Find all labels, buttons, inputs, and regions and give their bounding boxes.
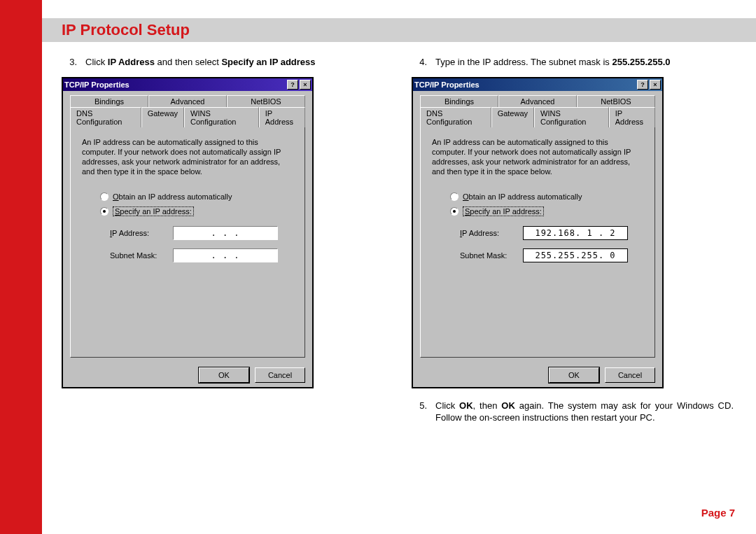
tab-wins[interactable]: WINS Configuration: [184, 107, 259, 127]
step-text: Click IP Address and then select Specify…: [85, 56, 384, 69]
subnet-mask-input[interactable]: . . .: [173, 248, 278, 262]
dialog-right: TCP/IP Properties ? × Bindings Advanced …: [412, 77, 664, 388]
radio-label: Specify an IP address:: [113, 206, 194, 216]
help-icon[interactable]: ?: [637, 80, 648, 90]
step-4: 4. Type in the IP address. The subnet ma…: [412, 56, 734, 69]
cancel-button[interactable]: Cancel: [605, 367, 655, 383]
left-column: 3. Click IP Address and then select Spec…: [62, 56, 384, 433]
ip-address-label: IP Address:: [460, 229, 516, 237]
tab-gateway[interactable]: Gateway: [491, 107, 534, 127]
step-text: Click OK, then OK again. The system may …: [435, 400, 734, 424]
description-text: An IP address can be automatically assig…: [432, 137, 643, 177]
tab-gateway[interactable]: Gateway: [141, 107, 184, 127]
close-icon[interactable]: ×: [300, 80, 311, 90]
bold: 255.255.255.0: [612, 57, 670, 67]
radio-icon-selected: [450, 207, 458, 216]
tab-dns[interactable]: DNS Configuration: [70, 107, 141, 127]
tabs-row-1: Bindings Advanced NetBIOS: [420, 95, 655, 107]
red-sidebar: [0, 0, 42, 534]
tabs-row-2: DNS Configuration Gateway WINS Configura…: [420, 107, 655, 127]
tab-bindings[interactable]: Bindings: [70, 95, 148, 107]
subnet-mask-label: Subnet Mask:: [460, 251, 516, 260]
tabs-row-1: Bindings Advanced NetBIOS: [70, 95, 305, 107]
tab-panel: An IP address can be automatically assig…: [420, 127, 655, 358]
text: Type in the IP address. The subnet mask …: [435, 57, 612, 67]
radio-specify[interactable]: Specify an IP address:: [100, 206, 293, 216]
bold: Specify an IP address: [221, 57, 315, 67]
step-5: 5. Click OK, then OK again. The system m…: [412, 400, 734, 424]
description-text: An IP address can be automatically assig…: [82, 137, 293, 177]
radio-icon-selected: [100, 207, 108, 216]
close-icon[interactable]: ×: [650, 80, 661, 90]
bold: IP Address: [108, 57, 155, 67]
dialog-title: TCP/IP Properties: [414, 80, 479, 89]
ok-button[interactable]: OK: [199, 367, 249, 383]
tab-wins[interactable]: WINS Configuration: [534, 107, 609, 127]
ip-address-label: IP Address:: [110, 229, 166, 237]
step-number: 5.: [412, 400, 431, 424]
right-column: 4. Type in the IP address. The subnet ma…: [412, 56, 734, 433]
text: Click: [85, 57, 108, 67]
text: Click: [435, 400, 459, 411]
tab-ipaddress[interactable]: IP Address: [259, 107, 305, 127]
step-number: 3.: [62, 56, 81, 69]
text: and then select: [155, 57, 221, 67]
dialog-left: TCP/IP Properties ? × Bindings Advanced …: [62, 77, 314, 388]
text: , then: [473, 400, 502, 411]
page-title: IP Protocol Setup: [62, 21, 190, 39]
tab-panel: An IP address can be automatically assig…: [70, 127, 305, 358]
step-3: 3. Click IP Address and then select Spec…: [62, 56, 384, 69]
radio-label: Specify an IP address:: [463, 206, 544, 216]
dialog-title: TCP/IP Properties: [64, 80, 130, 89]
radio-label: Obtain an IP address automatically: [113, 192, 232, 201]
help-icon[interactable]: ?: [287, 80, 298, 90]
tab-netbios[interactable]: NetBIOS: [227, 95, 305, 107]
page-number: Page 7: [701, 507, 735, 519]
dialog-titlebar[interactable]: TCP/IP Properties ? ×: [413, 78, 662, 91]
content-area: 3. Click IP Address and then select Spec…: [62, 56, 734, 433]
tab-netbios[interactable]: NetBIOS: [577, 95, 655, 107]
step-text: Type in the IP address. The subnet mask …: [435, 56, 734, 69]
tab-advanced[interactable]: Advanced: [498, 95, 577, 107]
radio-obtain[interactable]: Obtain an IP address automatically: [100, 192, 293, 201]
tab-advanced[interactable]: Advanced: [148, 95, 227, 107]
page-title-bar: IP Protocol Setup: [42, 18, 756, 42]
radio-icon: [450, 192, 458, 201]
step-number: 4.: [412, 56, 431, 69]
dialog-titlebar[interactable]: TCP/IP Properties ? ×: [63, 78, 312, 91]
subnet-mask-input[interactable]: 255.255.255. 0: [523, 248, 628, 262]
tab-dns[interactable]: DNS Configuration: [420, 107, 491, 127]
ip-fields: IP Address: . . . SSubnet Mask: . . .: [110, 226, 293, 262]
radio-obtain[interactable]: Obtain an IP address automatically: [450, 192, 643, 201]
bold: OK: [459, 400, 473, 411]
ok-button[interactable]: OK: [549, 367, 599, 383]
radio-label: Obtain an IP address automatically: [463, 192, 582, 201]
tab-bindings[interactable]: Bindings: [420, 95, 498, 107]
ip-fields: IP Address: 192.168. 1 . 2 Subnet Mask: …: [460, 226, 643, 262]
radio-icon: [100, 192, 108, 201]
dialog-buttons: OK Cancel: [413, 363, 662, 387]
bold: OK: [501, 400, 515, 411]
radio-specify[interactable]: Specify an IP address:: [450, 206, 643, 216]
dialog-buttons: OK Cancel: [63, 363, 312, 387]
subnet-mask-label: SSubnet Mask:: [110, 251, 166, 260]
cancel-button[interactable]: Cancel: [255, 367, 305, 383]
tabs-row-2: DNS Configuration Gateway WINS Configura…: [70, 107, 305, 127]
tab-ipaddress[interactable]: IP Address: [609, 107, 655, 127]
ip-address-input[interactable]: . . .: [173, 226, 278, 240]
ip-address-input[interactable]: 192.168. 1 . 2: [523, 226, 628, 240]
